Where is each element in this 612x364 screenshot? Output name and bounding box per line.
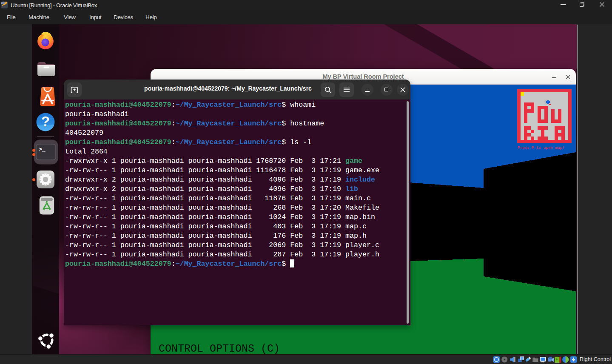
svg-text:?: ? bbox=[41, 114, 50, 129]
svg-text:>_: >_ bbox=[39, 146, 46, 153]
